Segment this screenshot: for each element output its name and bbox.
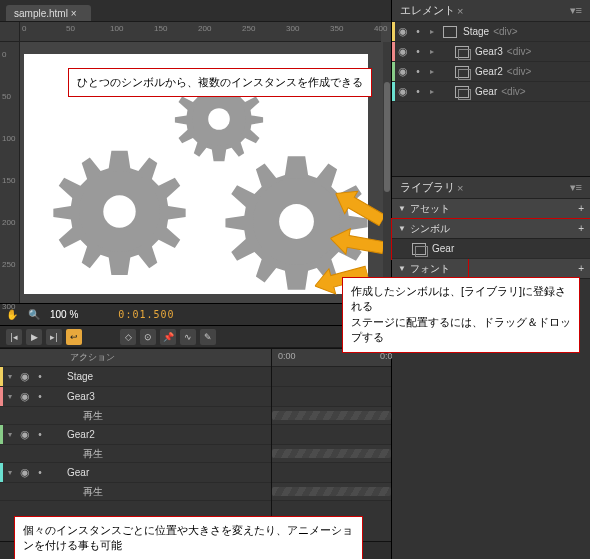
- timeline-track-subrow[interactable]: 再生: [0, 483, 271, 501]
- symbol-icon: [412, 243, 426, 255]
- timeline-track[interactable]: [272, 425, 391, 445]
- timeline-track[interactable]: [272, 483, 391, 501]
- goto-end-button[interactable]: ▸|: [46, 329, 62, 345]
- chevron-right-icon[interactable]: ▸: [425, 67, 439, 76]
- symbol-icon: [455, 46, 469, 58]
- library-panel-header: ライブラリ× ▾≡: [392, 177, 590, 199]
- svg-point-5: [279, 204, 314, 239]
- timeline-track-row[interactable]: ▾ ◉ • Gear: [0, 463, 271, 483]
- chevron-right-icon[interactable]: ▸: [425, 27, 439, 36]
- timeline-track-row[interactable]: ▾ ◉ • Gear3: [0, 387, 271, 407]
- library-section-label: フォント: [410, 262, 450, 276]
- library-item-label: Gear: [432, 243, 454, 254]
- add-symbol-button[interactable]: +: [578, 223, 584, 234]
- element-row[interactable]: ◉ • ▸ Gear <div>: [392, 82, 590, 102]
- keyframe-button[interactable]: ◇: [120, 329, 136, 345]
- play-button[interactable]: ▶: [26, 329, 42, 345]
- visibility-icon[interactable]: ◉: [395, 85, 411, 98]
- track-clip[interactable]: [272, 449, 391, 458]
- lock-icon[interactable]: •: [33, 467, 47, 478]
- visibility-icon[interactable]: ◉: [17, 370, 33, 383]
- goto-start-button[interactable]: |◂: [6, 329, 22, 345]
- element-name: Gear: [475, 86, 497, 97]
- ruler-tick: 400: [374, 24, 387, 33]
- elements-panel-header: エレメント× ▾≡: [392, 0, 590, 22]
- chevron-right-icon[interactable]: ▸: [425, 47, 439, 56]
- pin-button[interactable]: 📌: [160, 329, 176, 345]
- ruler-tick: 200: [2, 218, 15, 227]
- library-section-symbol[interactable]: ▼シンボル+: [392, 219, 590, 239]
- lock-icon[interactable]: •: [33, 429, 47, 440]
- timeline-track-row[interactable]: ▾ ◉ • Stage: [0, 367, 271, 387]
- track-clip[interactable]: [272, 411, 391, 420]
- easing-button[interactable]: ∿: [180, 329, 196, 345]
- element-tag: <div>: [501, 86, 525, 97]
- canvas-viewport[interactable]: ひとつのシンボルから、複数のインスタンスを作成できる: [20, 42, 383, 303]
- element-tag: <div>: [507, 46, 531, 57]
- lock-icon[interactable]: •: [411, 46, 425, 57]
- gear-instance-2[interactable]: [52, 144, 187, 279]
- zoom-level[interactable]: 100 %: [50, 309, 78, 320]
- highlight-box: ▼シンボル+ Gear: [392, 219, 590, 259]
- stage-panel: 050100150200250300350400 050100150200250…: [0, 22, 391, 304]
- visibility-icon[interactable]: ◉: [395, 45, 411, 58]
- scrollbar-thumb[interactable]: [384, 82, 390, 192]
- ruler-tick: 250: [242, 24, 255, 33]
- timeline-track[interactable]: [272, 367, 391, 387]
- chevron-down-icon[interactable]: ▾: [3, 392, 17, 401]
- timeline-track[interactable]: [272, 407, 391, 425]
- chevron-down-icon[interactable]: ▾: [3, 468, 17, 477]
- ruler-tick: 50: [2, 92, 11, 101]
- scrollbar-vertical[interactable]: [383, 42, 391, 303]
- ruler-tick: 150: [2, 176, 15, 185]
- visibility-icon[interactable]: ◉: [395, 65, 411, 78]
- action-header: アクション: [66, 351, 271, 364]
- ruler-tick: 300: [286, 24, 299, 33]
- chevron-down-icon[interactable]: ▾: [3, 372, 17, 381]
- lock-icon[interactable]: •: [411, 86, 425, 97]
- lock-icon[interactable]: •: [411, 66, 425, 77]
- timeline-track-subrow[interactable]: 再生: [0, 407, 271, 425]
- element-name: Gear3: [475, 46, 503, 57]
- timeline-track[interactable]: [272, 463, 391, 483]
- chevron-down-icon[interactable]: ▾: [3, 430, 17, 439]
- element-row[interactable]: ◉ • ▸ Stage <div>: [392, 22, 590, 42]
- panel-menu-icon[interactable]: ▾≡: [570, 181, 582, 194]
- element-row[interactable]: ◉ • ▸ Gear2 <div>: [392, 62, 590, 82]
- annotation-library-text: 作成したシンボルは、[ライブラリ]に登録される ステージに配置するには、ドラッグ…: [351, 285, 571, 343]
- lock-icon[interactable]: •: [33, 371, 47, 382]
- close-icon[interactable]: ×: [457, 5, 463, 17]
- element-row[interactable]: ◉ • ▸ Gear3 <div>: [392, 42, 590, 62]
- lock-icon[interactable]: •: [33, 391, 47, 402]
- close-icon[interactable]: ×: [71, 8, 77, 19]
- close-icon[interactable]: ×: [457, 182, 463, 194]
- edit-button[interactable]: ✎: [200, 329, 216, 345]
- timeline-track-row[interactable]: ▾ ◉ • Gear2: [0, 425, 271, 445]
- visibility-icon[interactable]: ◉: [395, 25, 411, 38]
- loop-button[interactable]: ↩: [66, 329, 82, 345]
- app-root: sample.html × 050100150200250300350400 0…: [0, 0, 590, 559]
- library-section-asset[interactable]: ▼アセット+: [392, 199, 590, 219]
- toggle-button[interactable]: ⊙: [140, 329, 156, 345]
- add-font-button[interactable]: +: [578, 263, 584, 274]
- annotation-bottom-text: 個々のインスタンスごとに位置や大きさを変えたり、アニメーションを付ける事も可能: [23, 524, 353, 551]
- lock-icon[interactable]: •: [411, 26, 425, 37]
- timeline-track[interactable]: [272, 445, 391, 463]
- document-tab[interactable]: sample.html ×: [6, 5, 91, 21]
- timeline-tracks-area[interactable]: 0:000:010:02 0:01.500: [272, 349, 391, 541]
- visibility-icon[interactable]: ◉: [17, 466, 33, 479]
- annotation-library: 作成したシンボルは、[ライブラリ]に登録される ステージに配置するには、ドラッグ…: [342, 277, 580, 353]
- library-symbol-item[interactable]: Gear: [392, 239, 590, 259]
- chevron-right-icon[interactable]: ▸: [425, 87, 439, 96]
- library-panel: ライブラリ× ▾≡ ▼アセット+ ▼シンボル+ Gear ▼フォント+ 作成した…: [392, 176, 590, 559]
- timeline-track[interactable]: [272, 387, 391, 407]
- timeline-track-subrow[interactable]: 再生: [0, 445, 271, 463]
- panel-menu-icon[interactable]: ▾≡: [570, 4, 582, 17]
- library-section-font[interactable]: ▼フォント+: [392, 259, 590, 279]
- visibility-icon[interactable]: ◉: [17, 428, 33, 441]
- ruler-vertical: 050100150200250300: [0, 42, 20, 303]
- add-asset-button[interactable]: +: [578, 203, 584, 214]
- track-clip[interactable]: [272, 487, 391, 496]
- visibility-icon[interactable]: ◉: [17, 390, 33, 403]
- zoom-tool-icon[interactable]: 🔍: [28, 309, 40, 320]
